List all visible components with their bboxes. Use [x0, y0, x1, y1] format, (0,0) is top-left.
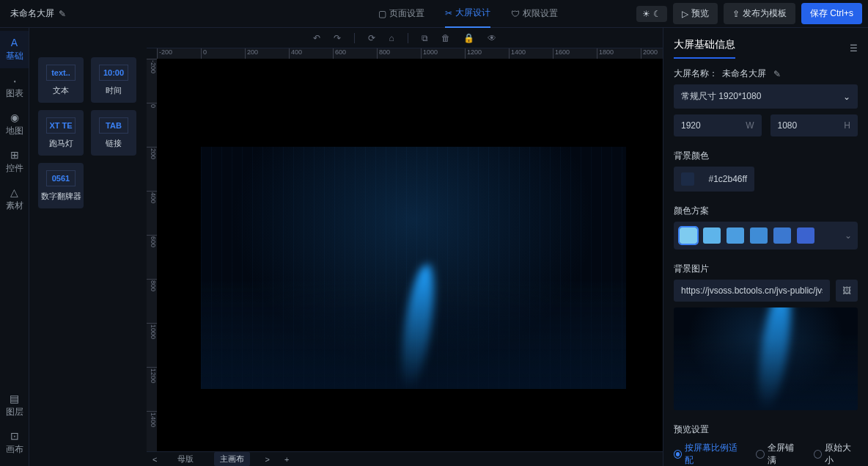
- tab-page-settings[interactable]: ▢ 页面设置: [378, 0, 424, 28]
- save-label: 保存 Ctrl+s: [810, 7, 853, 20]
- radio-fit-ratio[interactable]: 按屏幕比例适配: [674, 442, 743, 466]
- radio-fullscreen[interactable]: 全屏铺满: [756, 442, 800, 466]
- refresh-icon[interactable]: ⟳: [368, 33, 375, 43]
- component-panel: text.. 文本 10:00 时间 XT TE 跑马灯 TAB 链接 0561…: [29, 48, 147, 466]
- bgcolor-label: 背景颜色: [674, 150, 858, 162]
- rail-canvas[interactable]: ⊡ 画布: [6, 424, 23, 462]
- rail-controls[interactable]: ⊞ 控件: [0, 143, 29, 181]
- height-value: 1080: [778, 120, 798, 131]
- preview-button[interactable]: ▷ 预览: [673, 3, 718, 24]
- rail-map[interactable]: ◉ 地图: [0, 106, 29, 143]
- rail-layers[interactable]: ▤ 图层: [6, 387, 23, 424]
- ruler-tick: 1200: [147, 367, 157, 383]
- comp-thumb: TAB: [99, 117, 128, 134]
- chevron-down-icon: ⌄: [843, 92, 850, 102]
- delete-icon[interactable]: 🗑: [441, 33, 450, 43]
- name-value: 未命名大屏: [722, 68, 766, 80]
- tab-screen-design[interactable]: ✂ 大屏设计: [445, 0, 490, 28]
- ruler-tick: -200: [147, 59, 157, 73]
- ruler-tick: 1400: [509, 48, 526, 59]
- bgimg-row: 🖼: [674, 280, 858, 302]
- radio-dot: [674, 450, 682, 459]
- swatch-1[interactable]: [680, 227, 697, 244]
- ruler-tick: 400: [147, 191, 157, 203]
- undo-icon[interactable]: ↶: [313, 33, 320, 43]
- ruler-tick: 600: [333, 48, 346, 59]
- preview-radio-group: 按屏幕比例适配 全屏铺满 原始大小: [674, 442, 858, 466]
- rail-chart[interactable]: ⬪ 图表: [0, 68, 29, 106]
- upload-image-button[interactable]: 🖼: [836, 280, 858, 302]
- bottom-tab-master[interactable]: 母版: [172, 452, 199, 466]
- tab-label: 大屏设计: [455, 7, 490, 19]
- bgimg-url-input[interactable]: [674, 280, 830, 302]
- theme-toggle[interactable]: ☀ ☾: [636, 6, 667, 22]
- panel-collapse-icon[interactable]: ☰: [850, 43, 858, 54]
- shield-icon: 🛡: [511, 9, 520, 19]
- scheme-expand-icon[interactable]: ⌄: [845, 230, 852, 241]
- panel-title: 大屏基础信息: [674, 38, 735, 59]
- sun-icon: ☀: [642, 9, 650, 19]
- tab-prev-icon[interactable]: <: [152, 455, 157, 464]
- comp-thumb: XT TE: [46, 117, 76, 134]
- swatch-3[interactable]: [727, 227, 744, 244]
- canvas-viewport[interactable]: [157, 59, 663, 451]
- eye-icon[interactable]: 👁: [488, 33, 496, 43]
- project-title-area: 未命名大屏 ✎: [6, 7, 70, 20]
- comp-label: 跑马灯: [49, 138, 73, 149]
- swatch-2[interactable]: [703, 227, 721, 244]
- rail-label: 图层: [6, 407, 23, 417]
- tab-add-icon[interactable]: +: [284, 455, 289, 464]
- ruler-tick: 200: [245, 48, 258, 59]
- comp-text[interactable]: text.. 文本: [38, 57, 84, 103]
- radio-dot: [814, 450, 822, 459]
- radio-original[interactable]: 原始大小: [814, 442, 858, 466]
- size-select-value: 常规尺寸 1920*1080: [681, 90, 761, 103]
- save-button[interactable]: 保存 Ctrl+s: [801, 3, 862, 24]
- size-select[interactable]: 常规尺寸 1920*1080 ⌄: [674, 84, 858, 109]
- project-title: 未命名大屏: [10, 7, 54, 20]
- tab-label: 页面设置: [389, 7, 424, 20]
- preview-settings-label: 预览设置: [674, 423, 858, 436]
- ruler-tick: -200: [157, 48, 172, 59]
- rail-basic[interactable]: A 基础: [0, 31, 29, 68]
- ruler-tick: 0: [147, 103, 157, 108]
- image-icon: 🖼: [842, 285, 851, 296]
- width-input[interactable]: 1920 W: [674, 114, 762, 136]
- comp-marquee[interactable]: XT TE 跑马灯: [38, 110, 84, 156]
- edit-name-icon[interactable]: ✎: [773, 69, 781, 79]
- comp-link[interactable]: TAB 链接: [91, 110, 136, 156]
- home-icon[interactable]: ⌂: [389, 33, 394, 43]
- tab-permissions[interactable]: 🛡 权限设置: [511, 0, 558, 28]
- swatch-4[interactable]: [750, 227, 768, 244]
- comp-flipnumber[interactable]: 0561 数字翻牌器: [38, 163, 84, 208]
- layers-icon: ▤: [6, 393, 23, 404]
- canvas-surface[interactable]: [201, 147, 626, 389]
- grid-icon: ⊞: [0, 149, 29, 161]
- copy-icon[interactable]: ⧉: [422, 33, 428, 43]
- bgcolor-input[interactable]: #1c2b46ff: [674, 167, 754, 192]
- bottom-tab-main[interactable]: 主画布: [214, 452, 250, 466]
- swatch-5[interactable]: [773, 227, 791, 244]
- app-header: 未命名大屏 ✎ ▢ 页面设置 ✂ 大屏设计 🛡 权限设置 ☀ ☾ ▷ 预览 ⇪ …: [0, 0, 868, 28]
- comp-thumb: 0561: [46, 170, 76, 186]
- ruler-tick: 200: [147, 147, 157, 159]
- rail-bottom-group: ▤ 图层 ⊡ 画布: [6, 387, 23, 462]
- edit-title-icon[interactable]: ✎: [59, 9, 66, 19]
- redo-icon[interactable]: ↷: [334, 33, 341, 43]
- ruler-tick: 600: [147, 235, 157, 247]
- ruler-tick: 2000: [641, 48, 658, 59]
- swatch-6[interactable]: [797, 227, 814, 244]
- height-input[interactable]: 1080 H: [770, 114, 858, 136]
- header-actions: ☀ ☾ ▷ 预览 ⇪ 发布为模板 保存 Ctrl+s: [636, 3, 862, 24]
- page-settings-icon: ▢: [378, 9, 386, 19]
- left-rail: A 基础 ⬪ 图表 ◉ 地图 ⊞ 控件 △ 素材 ▤ 图层 ⊡ 画布: [0, 28, 29, 466]
- rail-label: 素材: [6, 200, 23, 211]
- comp-time[interactable]: 10:00 时间: [91, 57, 136, 103]
- tab-next-icon[interactable]: >: [265, 455, 269, 464]
- radio-label: 全屏铺满: [768, 442, 801, 466]
- ruler-tick: 0: [201, 48, 207, 59]
- comp-label: 时间: [106, 85, 122, 96]
- rail-assets[interactable]: △ 素材: [0, 181, 29, 218]
- lock-icon[interactable]: 🔒: [463, 33, 474, 43]
- publish-button[interactable]: ⇪ 发布为模板: [724, 3, 795, 24]
